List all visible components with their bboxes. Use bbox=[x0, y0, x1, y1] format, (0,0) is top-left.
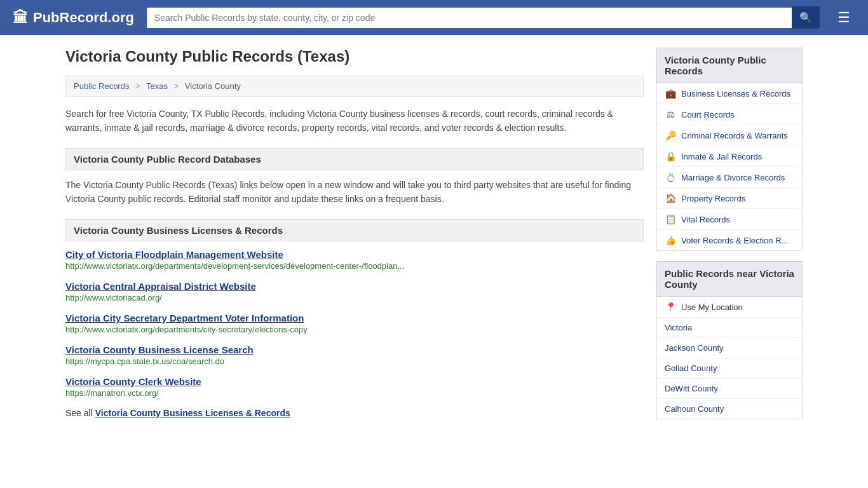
sidebar-record-item[interactable]: 📋 Vital Records bbox=[657, 209, 802, 230]
nearby-item[interactable]: Goliad County bbox=[657, 358, 802, 379]
site-header: 🏛 PubRecord.org 🔍 ☰ bbox=[0, 0, 868, 35]
nearby-item[interactable]: DeWitt County bbox=[657, 379, 802, 399]
nearby-label: DeWitt County bbox=[665, 384, 718, 393]
breadcrumb: Public Records > Texas > Victoria County bbox=[65, 76, 644, 97]
link-item: City of Victoria Floodplain Management W… bbox=[65, 249, 644, 271]
sidebar-records-title: Victoria County Public Records bbox=[656, 48, 803, 83]
search-input[interactable] bbox=[147, 8, 792, 28]
sidebar-record-label: Inmate & Jail Records bbox=[681, 152, 762, 161]
sidebar-record-item[interactable]: 🔒 Inmate & Jail Records bbox=[657, 146, 802, 167]
nearby-label: Jackson County bbox=[665, 343, 724, 353]
sidebar-nearby-section: Public Records near Victoria County 📍 Us… bbox=[656, 261, 803, 419]
sidebar-record-item[interactable]: 💍 Marriage & Divorce Records bbox=[657, 167, 802, 188]
page-title: Victoria County Public Records (Texas) bbox=[65, 48, 644, 65]
link-title[interactable]: Victoria City Secretary Department Voter… bbox=[65, 313, 304, 323]
link-title[interactable]: Victoria County Business License Search bbox=[65, 344, 254, 355]
breadcrumb-sep-2: > bbox=[174, 81, 179, 91]
link-url[interactable]: http://www.victoriacad.org/ bbox=[65, 293, 644, 302]
sidebar-record-item[interactable]: 🔑 Criminal Records & Warrants bbox=[657, 125, 802, 146]
link-url[interactable]: https://manatron.vctx.org/ bbox=[65, 388, 644, 398]
see-all: See all Victoria County Business License… bbox=[65, 408, 644, 418]
link-url[interactable]: http://www.victoriatx.org/departments/ci… bbox=[65, 325, 644, 334]
nearby-label: Victoria bbox=[665, 323, 692, 332]
search-area: 🔍 bbox=[147, 6, 820, 29]
nearby-item[interactable]: Jackson County bbox=[657, 338, 802, 358]
link-item: Victoria City Secretary Department Voter… bbox=[65, 313, 644, 334]
intro-text: Search for free Victoria County, TX Publ… bbox=[65, 107, 644, 135]
databases-desc: The Victoria County Public Records (Texa… bbox=[65, 178, 644, 207]
sidebar-record-item[interactable]: 🏠 Property Records bbox=[657, 188, 802, 209]
nearby-label: Use My Location bbox=[681, 302, 743, 312]
search-icon: 🔍 bbox=[799, 12, 812, 23]
sidebar-record-icon: 📋 bbox=[665, 214, 676, 224]
logo-text: PubRecord.org bbox=[33, 10, 134, 26]
business-section-header: Victoria County Business Licenses & Reco… bbox=[65, 219, 644, 241]
sidebar-record-icon: 🏠 bbox=[665, 193, 676, 203]
nearby-label: Calhoun County bbox=[665, 404, 724, 414]
sidebar-record-icon: 🔒 bbox=[665, 151, 676, 161]
breadcrumb-public-records[interactable]: Public Records bbox=[74, 81, 129, 91]
sidebar-nearby-list: 📍 Use My Location Victoria Jackson Count… bbox=[656, 297, 803, 419]
breadcrumb-texas[interactable]: Texas bbox=[146, 81, 168, 91]
nearby-item[interactable]: Victoria bbox=[657, 318, 802, 338]
see-all-link[interactable]: Victoria County Business Licenses & Reco… bbox=[95, 408, 290, 418]
nearby-item[interactable]: Calhoun County bbox=[657, 399, 802, 419]
sidebar-record-label: Vital Records bbox=[681, 215, 730, 224]
menu-button[interactable]: ☰ bbox=[832, 7, 855, 29]
sidebar-record-label: Property Records bbox=[681, 194, 745, 203]
sidebar-record-label: Voter Records & Election R... bbox=[681, 236, 788, 245]
link-item: Victoria County Clerk Website https://ma… bbox=[65, 376, 644, 398]
sidebar-record-item[interactable]: 💼 Business Licenses & Records bbox=[657, 83, 802, 104]
sidebar-record-icon: 👍 bbox=[665, 235, 676, 245]
breadcrumb-sep-1: > bbox=[135, 81, 140, 91]
links-container: City of Victoria Floodplain Management W… bbox=[65, 249, 644, 398]
sidebar-records-list: 💼 Business Licenses & Records ⚖ Court Re… bbox=[656, 83, 803, 251]
hamburger-icon: ☰ bbox=[837, 10, 850, 25]
link-url[interactable]: http://www.victoriatx.org/departments/de… bbox=[65, 261, 644, 271]
sidebar-record-label: Criminal Records & Warrants bbox=[681, 131, 788, 140]
main-container: Victoria County Public Records (Texas) P… bbox=[53, 35, 815, 442]
link-title[interactable]: Victoria County Clerk Website bbox=[65, 376, 201, 387]
search-button[interactable]: 🔍 bbox=[792, 6, 820, 29]
nearby-item[interactable]: 📍 Use My Location bbox=[657, 297, 802, 318]
sidebar-records-section: Victoria County Public Records 💼 Busines… bbox=[656, 48, 803, 251]
sidebar-record-label: Business Licenses & Records bbox=[681, 89, 790, 98]
link-item: Victoria Central Appraisal District Webs… bbox=[65, 281, 644, 302]
breadcrumb-current: Victoria County bbox=[185, 81, 241, 91]
sidebar: Victoria County Public Records 💼 Busines… bbox=[656, 48, 803, 430]
sidebar-record-label: Marriage & Divorce Records bbox=[681, 173, 785, 182]
location-icon: 📍 bbox=[665, 302, 676, 312]
content-area: Victoria County Public Records (Texas) P… bbox=[65, 48, 644, 430]
link-item: Victoria County Business License Search … bbox=[65, 344, 644, 366]
logo-icon: 🏛 bbox=[13, 9, 28, 27]
sidebar-record-icon: 💍 bbox=[665, 172, 676, 182]
sidebar-record-icon: ⚖ bbox=[665, 109, 676, 119]
link-title[interactable]: City of Victoria Floodplain Management W… bbox=[65, 249, 283, 260]
link-title[interactable]: Victoria Central Appraisal District Webs… bbox=[65, 281, 256, 292]
sidebar-record-icon: 💼 bbox=[665, 88, 676, 98]
sidebar-record-item[interactable]: ⚖ Court Records bbox=[657, 104, 802, 125]
sidebar-record-icon: 🔑 bbox=[665, 130, 676, 140]
sidebar-record-item[interactable]: 👍 Voter Records & Election R... bbox=[657, 230, 802, 250]
sidebar-record-label: Court Records bbox=[681, 110, 735, 119]
link-url[interactable]: https://mycpa.cpa.state.tx.us/coa/search… bbox=[65, 356, 644, 366]
logo[interactable]: 🏛 PubRecord.org bbox=[13, 9, 134, 27]
databases-section-header: Victoria County Public Record Databases bbox=[65, 148, 644, 170]
sidebar-nearby-title: Public Records near Victoria County bbox=[656, 261, 803, 297]
nearby-label: Goliad County bbox=[665, 363, 717, 373]
